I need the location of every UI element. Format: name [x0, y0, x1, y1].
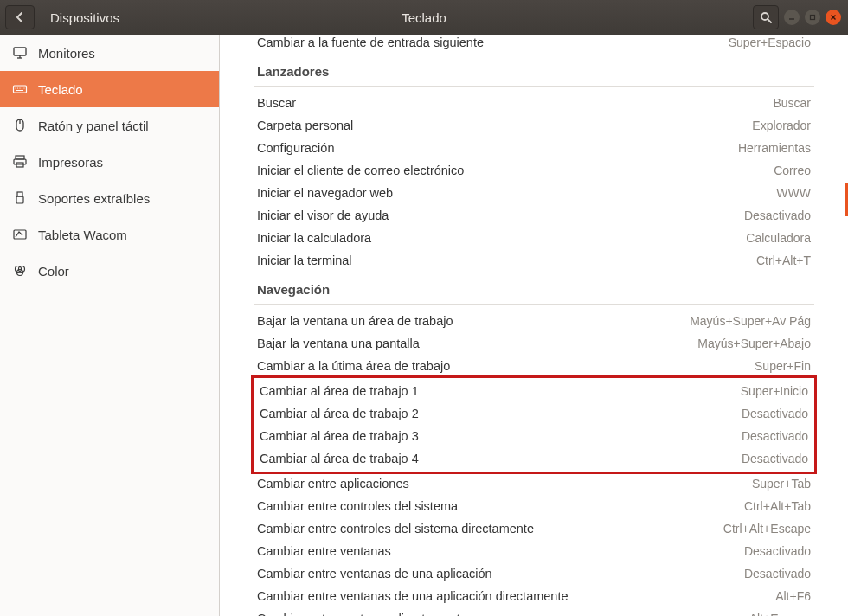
- shortcut-accel: Desactivado: [744, 209, 811, 222]
- shortcut-row[interactable]: Cambiar a la fuente de entrada siguiente…: [254, 35, 814, 54]
- shortcut-row[interactable]: Iniciar el navegador webWWW: [254, 182, 814, 204]
- maximize-icon: [809, 14, 816, 21]
- close-button[interactable]: [826, 10, 841, 25]
- section-header-lanzadores: Lanzadores: [254, 54, 814, 87]
- titlebar: Dispositivos Teclado: [0, 0, 848, 35]
- shortcut-accel: Alt+Escape: [749, 612, 811, 616]
- shortcut-row[interactable]: Cambiar a la útima área de trabajoSuper+…: [254, 355, 814, 377]
- shortcut-row[interactable]: Cambiar al área de trabajo 2Desactivado: [254, 402, 814, 425]
- search-button[interactable]: [753, 5, 779, 29]
- shortcut-row[interactable]: Cambiar entre ventanas de una aplicación…: [254, 585, 814, 607]
- shortcut-accel: Correo: [774, 164, 811, 177]
- shortcut-row[interactable]: ConfiguraciónHerramientas: [254, 137, 814, 159]
- sidebar-item-impresoras[interactable]: Impresoras: [0, 144, 219, 180]
- shortcut-accel: Alt+F6: [775, 589, 811, 603]
- shortcut-row[interactable]: Iniciar el visor de ayudaDesactivado: [254, 204, 814, 227]
- shortcut-label: Cambiar entre aplicaciones: [257, 477, 752, 491]
- shortcut-label: Iniciar el visor de ayuda: [257, 209, 744, 222]
- shortcut-row[interactable]: Bajar la ventana un área de trabajoMayús…: [254, 310, 814, 332]
- sidebar-item-label: Monitores: [38, 46, 95, 61]
- sidebar: Monitores Teclado Ratón y panel táctil I…: [0, 35, 220, 616]
- shortcut-accel: Ctrl+Alt+Escape: [723, 522, 811, 536]
- search-icon: [760, 11, 772, 23]
- sidebar-item-label: Impresoras: [38, 155, 103, 170]
- shortcut-label: Cambiar al área de trabajo 1: [260, 384, 741, 398]
- svg-point-13: [22, 87, 22, 88]
- shortcut-label: Buscar: [257, 96, 773, 110]
- svg-point-12: [19, 87, 20, 88]
- shortcut-row[interactable]: Cambiar entre ventanasDesactivado: [254, 540, 814, 562]
- shortcut-label: Iniciar el cliente de correo electrónico: [257, 164, 774, 177]
- scroll-indicator: [845, 183, 848, 216]
- sidebar-item-soportes[interactable]: Soportes extraíbles: [0, 180, 219, 216]
- shortcut-row[interactable]: Cambiar al área de trabajo 4Desactivado: [254, 447, 814, 470]
- mouse-icon: [12, 118, 28, 133]
- shortcut-label: Cambiar entre ventanas: [257, 544, 744, 558]
- sidebar-item-tableta[interactable]: Tableta Wacom: [0, 216, 219, 253]
- shortcut-accel: Desactivado: [744, 544, 811, 558]
- window-controls: [753, 5, 841, 29]
- sidebar-item-monitores[interactable]: Monitores: [0, 35, 219, 71]
- shortcut-accel: Ctrl+Alt+Tab: [744, 499, 811, 513]
- sidebar-item-teclado[interactable]: Teclado: [0, 71, 219, 107]
- shortcut-accel: Ctrl+Alt+T: [756, 253, 811, 267]
- svg-line-1: [768, 19, 771, 22]
- svg-rect-18: [16, 156, 24, 159]
- usb-icon: [12, 190, 28, 206]
- shortcut-row[interactable]: Cambiar al área de trabajo 3Desactivado: [254, 425, 814, 447]
- shortcut-accel: Explorador: [752, 119, 811, 132]
- shortcut-label: Iniciar el navegador web: [257, 186, 776, 200]
- svg-point-10: [15, 87, 16, 88]
- shortcut-row[interactable]: Cambiar entre controles del sistema dire…: [254, 517, 814, 540]
- sidebar-item-raton[interactable]: Ratón y panel táctil: [0, 107, 219, 144]
- shortcut-label: Cambiar al área de trabajo 2: [260, 407, 742, 420]
- content-area[interactable]: Cambiar a la fuente de entrada siguiente…: [220, 35, 848, 616]
- shortcut-row[interactable]: Cambiar entre ventanas de una aplicación…: [254, 562, 814, 585]
- shortcut-accel: Mayús+Super+Abajo: [697, 337, 811, 350]
- sidebar-item-color[interactable]: Color: [0, 253, 219, 289]
- maximize-button[interactable]: [805, 10, 820, 25]
- shortcut-row[interactable]: BuscarBuscar: [254, 92, 814, 114]
- minimize-icon: [788, 14, 795, 21]
- shortcut-label: Configuración: [257, 141, 738, 155]
- shortcut-row[interactable]: Iniciar el cliente de correo electrónico…: [254, 159, 814, 182]
- svg-rect-19: [14, 159, 26, 164]
- shortcut-accel: Calculadora: [746, 231, 811, 245]
- keyboard-icon: [12, 81, 28, 97]
- shortcut-row[interactable]: Iniciar la calculadoraCalculadora: [254, 227, 814, 249]
- sidebar-item-label: Soportes extraíbles: [38, 191, 150, 206]
- shortcut-row[interactable]: Bajar la ventana una pantallaMayús+Super…: [254, 332, 814, 355]
- back-button[interactable]: [5, 5, 35, 29]
- shortcut-label: Cambiar a la útima área de trabajo: [257, 359, 755, 373]
- shortcut-row[interactable]: Iniciar la terminalCtrl+Alt+T: [254, 249, 814, 272]
- shortcut-row[interactable]: Carpeta personalExplorador: [254, 114, 814, 137]
- svg-point-11: [17, 87, 18, 88]
- sidebar-item-label: Tableta Wacom: [38, 228, 127, 242]
- shortcut-row[interactable]: Cambiar entre controles del sistemaCtrl+…: [254, 495, 814, 517]
- printer-icon: [12, 154, 28, 170]
- shortcut-row[interactable]: Cambiar entre ventanas directamenteAlt+E…: [254, 607, 814, 616]
- minimize-button[interactable]: [784, 10, 800, 25]
- shortcut-label: Cambiar entre controles del sistema: [257, 499, 744, 513]
- shortcut-label: Iniciar la calculadora: [257, 231, 746, 245]
- svg-rect-22: [16, 196, 23, 203]
- svg-rect-9: [14, 86, 27, 93]
- highlighted-shortcuts: Cambiar al área de trabajo 1Super+Inicio…: [251, 375, 817, 474]
- shortcut-row[interactable]: Cambiar entre aplicacionesSuper+Tab: [254, 472, 814, 495]
- shortcut-label: Cambiar entre ventanas directamente: [257, 612, 749, 616]
- shortcut-accel: Mayús+Super+Av Pág: [690, 314, 811, 328]
- shortcut-accel: Super+Fin: [755, 359, 811, 373]
- page-title: Teclado: [0, 10, 848, 25]
- section-header-navegacion: Navegación: [254, 272, 814, 305]
- sidebar-section-title: Dispositivos: [50, 10, 119, 25]
- color-icon: [12, 263, 28, 279]
- shortcut-accel: Desactivado: [742, 429, 808, 443]
- shortcut-accel: Desactivado: [742, 407, 808, 420]
- shortcut-accel: WWW: [776, 186, 811, 200]
- shortcut-accel: Buscar: [773, 96, 811, 110]
- shortcut-row[interactable]: Cambiar al área de trabajo 1Super+Inicio: [254, 380, 814, 402]
- svg-rect-23: [14, 230, 26, 239]
- shortcut-label: Cambiar a la fuente de entrada siguiente: [257, 35, 729, 49]
- sidebar-item-label: Color: [38, 264, 69, 279]
- svg-rect-3: [811, 16, 815, 20]
